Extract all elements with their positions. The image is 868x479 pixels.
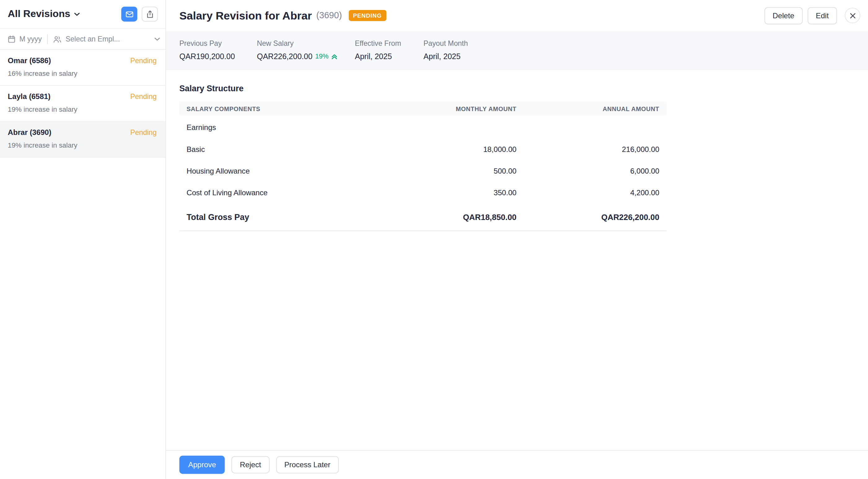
annual-amount: 4,200.00: [517, 189, 659, 197]
month-filter[interactable]: M yyyy: [8, 35, 42, 43]
field-value: QAR190,200.00: [179, 52, 257, 61]
edit-button[interactable]: Edit: [808, 7, 837, 24]
total-gross-pay-row: Total Gross Pay QAR18,850.00 QAR226,200.…: [179, 204, 666, 231]
revision-list-item-omar[interactable]: Omar (6586) Pending 16% increase in sala…: [0, 50, 165, 86]
new-salary-value: QAR226,200.00: [257, 52, 312, 61]
chevron-down-icon: [155, 37, 160, 41]
close-icon: [849, 12, 856, 19]
reject-button[interactable]: Reject: [231, 456, 269, 473]
sidebar-actions: [121, 6, 158, 21]
table-row: Cost of Living Allowance 350.00 4,200.00: [179, 182, 666, 204]
field-value: April, 2025: [355, 52, 424, 61]
component-name: Housing Allowance: [186, 167, 389, 175]
group-label: Earnings: [186, 123, 216, 132]
annual-amount: 6,000.00: [517, 167, 659, 175]
revision-subtitle: 19% increase in salary: [8, 105, 157, 113]
monthly-amount: 18,000.00: [389, 145, 517, 154]
process-later-button[interactable]: Process Later: [276, 456, 339, 473]
sidebar-header: All Revisions: [0, 0, 165, 29]
column-header-components: SALARY COMPONENTS: [186, 105, 389, 112]
revisions-dropdown-label: All Revisions: [8, 8, 70, 20]
effective-from-field: Effective From April, 2025: [355, 39, 424, 61]
field-label: Effective From: [355, 39, 424, 48]
table-row: Housing Allowance 500.00 6,000.00: [179, 160, 666, 182]
revision-subtitle: 16% increase in salary: [8, 70, 157, 77]
share-icon: [145, 9, 154, 19]
field-value: April, 2025: [424, 52, 468, 61]
header-actions: Delete Edit: [764, 7, 860, 24]
employee-id: (3690): [316, 10, 342, 21]
payout-month-field: Payout Month April, 2025: [424, 39, 468, 61]
pending-badge: PENDING: [348, 10, 386, 21]
total-annual-amount: QAR226,200.00: [517, 213, 659, 221]
monthly-amount: 350.00: [389, 189, 517, 197]
employee-filter[interactable]: Select an Empl...: [53, 35, 160, 43]
page-title: Salary Revision for Abrar: [179, 9, 312, 22]
mail-button[interactable]: [121, 6, 137, 21]
filter-bar: M yyyy Select an Empl...: [0, 29, 165, 50]
employee-filter-placeholder: Select an Empl...: [66, 35, 120, 43]
column-header-annual: ANNUAL AMOUNT: [517, 105, 659, 112]
employee-name: Abrar (3690): [8, 128, 52, 137]
field-label: New Salary: [257, 39, 355, 48]
previous-pay-field: Previous Pay QAR190,200.00: [179, 39, 257, 61]
app-window: All Revisions: [0, 0, 868, 479]
monthly-amount: 500.00: [389, 167, 517, 175]
field-label: Payout Month: [424, 39, 468, 48]
increase-percent: 19%: [315, 53, 329, 60]
salary-structure-table: SALARY COMPONENTS MONTHLY AMOUNT ANNUAL …: [179, 102, 666, 231]
field-label: Previous Pay: [179, 39, 257, 48]
status-badge: Pending: [130, 92, 156, 101]
approve-button[interactable]: Approve: [179, 456, 225, 474]
component-name: Basic: [186, 145, 389, 154]
table-row: Basic 18,000.00 216,000.00: [179, 139, 666, 161]
calendar-icon: [8, 35, 16, 43]
delete-button[interactable]: Delete: [764, 7, 802, 24]
annual-amount: 216,000.00: [517, 145, 659, 154]
action-footer: Approve Reject Process Later: [166, 450, 868, 479]
component-name: Cost of Living Allowance: [186, 189, 389, 197]
total-label: Total Gross Pay: [186, 212, 389, 221]
detail-header: Salary Revision for Abrar (3690) PENDING…: [166, 0, 868, 31]
revision-list: Omar (6586) Pending 16% increase in sala…: [0, 50, 165, 479]
detail-content: Salary Structure SALARY COMPONENTS MONTH…: [166, 70, 868, 450]
earnings-group-row: Earnings: [179, 115, 666, 139]
close-button[interactable]: [845, 8, 860, 23]
revision-list-item-layla[interactable]: Layla (6581) Pending 19% increase in sal…: [0, 86, 165, 122]
new-salary-field: New Salary QAR226,200.00 19%: [257, 39, 355, 61]
employees-icon: [53, 35, 62, 43]
table-header-row: SALARY COMPONENTS MONTHLY AMOUNT ANNUAL …: [179, 102, 666, 116]
revisions-dropdown[interactable]: All Revisions: [8, 8, 80, 20]
trend-up-icon: [331, 53, 338, 60]
employee-name: Layla (6581): [8, 92, 51, 101]
mail-icon: [125, 9, 134, 19]
salary-structure-title: Salary Structure: [179, 83, 855, 93]
salary-summary-band: Previous Pay QAR190,200.00 New Salary QA…: [166, 31, 868, 70]
revision-subtitle: 19% increase in salary: [8, 141, 157, 149]
main-panel: Salary Revision for Abrar (3690) PENDING…: [166, 0, 868, 479]
filter-divider: [48, 34, 48, 44]
total-monthly-amount: QAR18,850.00: [389, 213, 517, 221]
revision-list-item-abrar[interactable]: Abrar (3690) Pending 19% increase in sal…: [0, 122, 165, 158]
status-badge: Pending: [130, 128, 156, 137]
sidebar: All Revisions: [0, 0, 166, 479]
employee-name: Omar (6586): [8, 56, 51, 65]
field-value: QAR226,200.00 19%: [257, 52, 355, 61]
column-header-monthly: MONTHLY AMOUNT: [389, 105, 517, 112]
export-button[interactable]: [142, 6, 158, 21]
month-filter-placeholder: M yyyy: [20, 35, 42, 43]
chevron-down-icon: [74, 12, 80, 16]
status-badge: Pending: [130, 56, 156, 65]
